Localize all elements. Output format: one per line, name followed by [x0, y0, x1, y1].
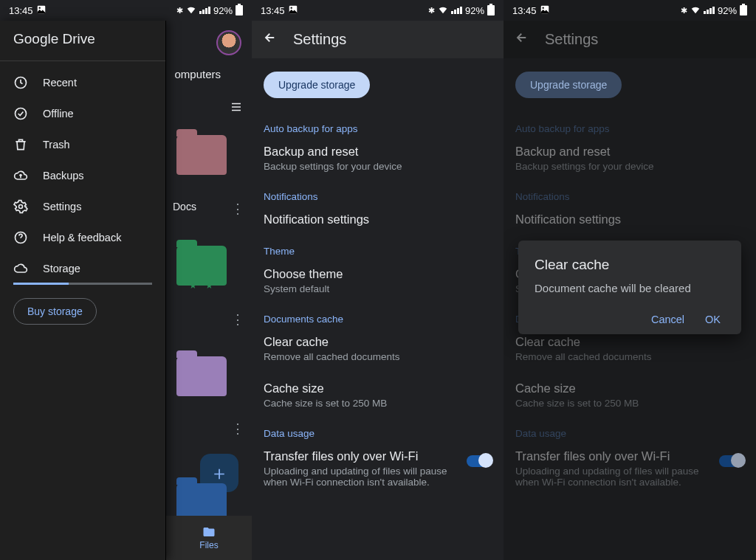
row-title: Backup and reset	[264, 145, 492, 159]
dialog-ok-button[interactable]: OK	[705, 314, 721, 325]
dialog-title: Clear cache	[535, 257, 725, 273]
row-clear-cache[interactable]: Clear cache Remove all cached documents	[264, 335, 492, 362]
bluetooth-icon: ✱	[176, 6, 183, 15]
row-subtitle: Remove all cached documents	[515, 351, 744, 362]
row-choose-theme[interactable]: Choose theme System default	[264, 267, 492, 294]
nav-label: Help & feedback	[43, 232, 121, 243]
svg-point-7	[19, 205, 23, 209]
back-arrow-icon[interactable]	[264, 31, 277, 48]
more-icon[interactable]: ⋮	[231, 201, 244, 217]
back-arrow-icon[interactable]	[515, 31, 529, 48]
brand-google: Google	[13, 31, 58, 46]
image-icon	[36, 4, 47, 17]
account-avatar[interactable]	[216, 30, 241, 55]
row-title: Choose theme	[264, 267, 492, 281]
row-notification-settings: Notification settings	[515, 212, 744, 227]
buy-storage-button[interactable]: Buy storage	[13, 298, 97, 325]
nav-label: Offline	[43, 108, 74, 120]
wifi-icon	[186, 4, 196, 17]
status-time: 13:45	[9, 5, 33, 16]
status-time: 13:45	[261, 5, 285, 16]
row-title: Transfer files only over Wi-Fi	[515, 449, 713, 463]
navigation-drawer: Google Drive Recent Offline Trash Backup…	[0, 21, 166, 560]
image-icon	[540, 4, 550, 17]
row-subtitle: Remove all cached documents	[264, 351, 492, 362]
list-view-icon[interactable]	[230, 100, 243, 117]
row-title: Cache size	[515, 381, 744, 395]
dialog-cancel-button[interactable]: Cancel	[651, 314, 684, 325]
section-auto-backup: Auto backup for apps	[515, 123, 744, 134]
wifi-only-toggle[interactable]	[467, 455, 492, 467]
status-battery-pct: 92%	[465, 5, 484, 16]
upgrade-storage-button[interactable]: Upgrade storage	[264, 72, 370, 98]
section-documents-cache: Documents cache	[264, 314, 492, 325]
dialog-message: Document cache will be cleared	[535, 282, 725, 294]
folder-green[interactable]	[176, 246, 227, 286]
status-battery-pct: 92%	[213, 5, 233, 16]
bottom-nav-files[interactable]: Files	[166, 516, 252, 560]
section-theme: Theme	[264, 246, 492, 257]
svg-point-6	[16, 108, 27, 120]
starred-indicator: ★ ★	[189, 280, 216, 291]
folder-purple[interactable]	[176, 356, 227, 396]
nav-item-storage[interactable]: Storage	[0, 253, 165, 284]
svg-point-12	[542, 7, 543, 8]
signal-icon	[704, 7, 715, 14]
nav-item-trash[interactable]: Trash	[0, 129, 165, 160]
nav-item-backups[interactable]: Backups	[0, 160, 165, 191]
wifi-only-toggle	[719, 455, 744, 467]
nav-label: Recent	[43, 77, 77, 89]
nav-item-recent[interactable]: Recent	[0, 67, 165, 98]
battery-icon	[236, 5, 243, 15]
bottom-nav-label-files: Files	[199, 540, 218, 550]
section-auto-backup: Auto backup for apps	[264, 123, 492, 134]
row-title: Notification settings	[515, 212, 744, 227]
row-subtitle: Cache size is set to 250 MB	[515, 398, 744, 409]
upgrade-storage-button: Upgrade storage	[515, 72, 622, 98]
row-title: Backup and reset	[515, 145, 744, 159]
bluetooth-icon: ✱	[428, 6, 435, 15]
section-notifications: Notifications	[515, 191, 744, 202]
row-subtitle: Cache size is set to 250 MB	[264, 398, 492, 409]
section-data-usage: Data usage	[515, 428, 744, 439]
section-notifications: Notifications	[264, 191, 492, 202]
section-data-usage: Data usage	[264, 428, 492, 439]
settings-title: Settings	[293, 31, 346, 48]
row-notification-settings[interactable]: Notification settings	[264, 212, 492, 227]
wifi-icon	[438, 4, 448, 17]
row-title: Clear cache	[264, 335, 492, 349]
folder-label-docs: Docs	[173, 201, 196, 212]
row-title: Transfer files only over Wi-Fi	[264, 449, 461, 463]
more-icon[interactable]: ⋮	[231, 311, 244, 328]
more-icon[interactable]: ⋮	[231, 421, 244, 437]
status-time: 13:45	[512, 5, 537, 16]
nav-item-help[interactable]: Help & feedback	[0, 222, 165, 253]
signal-icon	[451, 7, 462, 14]
clear-cache-dialog: Clear cache Document cache will be clear…	[518, 241, 741, 334]
row-backup-reset[interactable]: Backup and reset Backup settings for you…	[264, 145, 492, 172]
row-subtitle: Backup settings for your device	[515, 161, 744, 172]
row-subtitle: Uploading and updating of files will pau…	[264, 466, 461, 488]
row-transfer-wifi: Transfer files only over Wi-Fi Uploading…	[515, 449, 744, 488]
row-cache-size: Cache size Cache size is set to 250 MB	[515, 381, 744, 409]
status-bar: 13:45 ✱ 92%	[0, 0, 252, 21]
row-title: Cache size	[264, 381, 492, 395]
storage-bar	[13, 283, 152, 285]
row-title: Notification settings	[264, 212, 492, 227]
row-cache-size[interactable]: Cache size Cache size is set to 250 MB	[264, 381, 492, 409]
svg-point-4	[38, 7, 40, 8]
row-clear-cache: Clear cache Remove all cached documents	[515, 335, 744, 362]
battery-icon	[487, 5, 495, 15]
wifi-icon	[690, 4, 701, 17]
status-bar: 13:45 ✱ 92%	[504, 0, 756, 21]
signal-icon	[199, 7, 210, 14]
nav-item-settings[interactable]: Settings	[0, 191, 165, 222]
row-transfer-wifi[interactable]: Transfer files only over Wi-Fi Uploading…	[264, 449, 492, 488]
row-title: Clear cache	[515, 335, 744, 349]
image-icon	[288, 4, 298, 17]
status-battery-pct: 92%	[718, 5, 737, 16]
tab-computers-partial: omputers	[174, 68, 221, 80]
nav-label: Settings	[43, 201, 81, 212]
nav-item-offline[interactable]: Offline	[0, 98, 165, 129]
folder-pink[interactable]	[176, 135, 227, 175]
